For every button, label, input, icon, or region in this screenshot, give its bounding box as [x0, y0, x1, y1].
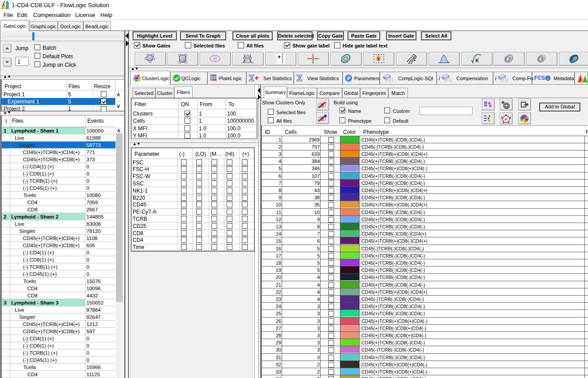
svg-text:i: i — [438, 75, 440, 82]
svg-text:i: i — [495, 75, 497, 82]
svg-text:A: A — [505, 117, 508, 121]
svg-text:✺: ✺ — [488, 119, 491, 122]
svg-text:K: K — [476, 58, 479, 63]
svg-text:P: P — [347, 75, 350, 81]
svg-text:✺: ✺ — [489, 104, 492, 108]
